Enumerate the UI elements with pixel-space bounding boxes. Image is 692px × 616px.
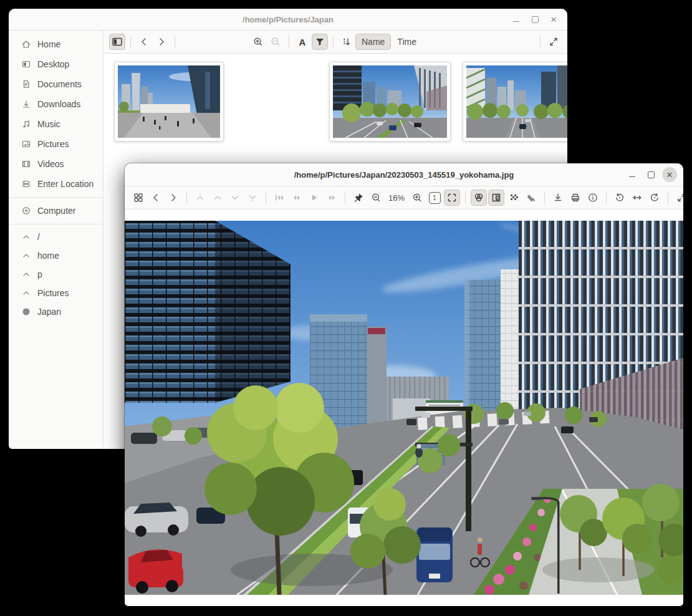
- chevron-up-icon: [21, 232, 31, 242]
- transparency-grid-button[interactable]: [506, 190, 522, 206]
- fm-close-button[interactable]: ✕: [546, 12, 561, 27]
- sidebar-separator: [9, 224, 103, 224]
- flip-horizontal-button[interactable]: [629, 190, 645, 206]
- close-icon: ✕: [666, 171, 673, 179]
- zoom-out-button[interactable]: [267, 34, 284, 50]
- thumbnail-image: [466, 65, 567, 138]
- first-file-button[interactable]: [192, 190, 208, 206]
- sidebar-item-enter-location[interactable]: Enter Location: [9, 174, 103, 194]
- video-icon: [21, 159, 31, 169]
- frame-border-button[interactable]: [488, 190, 504, 206]
- thumbnail-card[interactable]: [114, 62, 224, 142]
- skip-start-icon: [274, 192, 285, 203]
- previous-file-button[interactable]: [209, 190, 226, 206]
- iv-zoom-in-button[interactable]: [409, 190, 425, 206]
- tree-item-label: p: [37, 269, 42, 279]
- chevron-right-icon: [168, 192, 179, 203]
- filter-button[interactable]: [312, 34, 328, 50]
- sort-by-name-button[interactable]: Name: [355, 34, 391, 50]
- thumbnail-card[interactable]: [329, 62, 451, 142]
- print-button[interactable]: [567, 190, 584, 206]
- iv-window-title: /home/p/Pictures/Japan/20230503_145519_y…: [294, 170, 514, 180]
- annotate-tools-button[interactable]: [523, 190, 539, 206]
- iv-minimize-button[interactable]: [625, 167, 640, 182]
- actual-size-button[interactable]: 1: [426, 190, 443, 206]
- sidebar-item-label: Home: [37, 39, 60, 49]
- sort-order-button[interactable]: [339, 34, 355, 50]
- fit-to-window-button[interactable]: [444, 190, 460, 206]
- toolbar-separator: [186, 191, 187, 204]
- tree-item-p[interactable]: p: [9, 265, 103, 284]
- sidebar-item-downloads[interactable]: Downloads: [9, 94, 103, 114]
- toolbar-separator: [266, 191, 266, 204]
- next-file-button[interactable]: [227, 190, 243, 206]
- chevron-up-icon: [21, 251, 31, 261]
- iv-close-button[interactable]: ✕: [662, 167, 677, 182]
- color-circles-icon: [473, 192, 484, 203]
- fm-directory-tree: / home p Pictures Japan: [9, 228, 103, 321]
- zoom-out-icon: [270, 36, 281, 47]
- iv-fullscreen-button[interactable]: [673, 190, 683, 206]
- fast-forward-button[interactable]: [324, 190, 340, 206]
- sort-descending-icon: [341, 36, 352, 47]
- previous-image-button[interactable]: [148, 190, 164, 206]
- back-button[interactable]: [136, 34, 152, 50]
- image-info-button[interactable]: [585, 190, 601, 206]
- chevron-down-icon: [229, 192, 241, 203]
- toolbar-separator: [465, 191, 466, 204]
- tree-item-root[interactable]: /: [9, 228, 103, 246]
- fm-minimize-button[interactable]: [509, 12, 524, 27]
- toggle-sidebar-button[interactable]: [109, 34, 125, 50]
- last-file-button[interactable]: [244, 190, 261, 206]
- sidebar-item-desktop[interactable]: Desktop: [9, 54, 103, 74]
- next-image-button[interactable]: [165, 190, 181, 206]
- skip-to-start-button[interactable]: [271, 190, 287, 206]
- tree-item-japan-current[interactable]: Japan: [9, 302, 103, 321]
- tree-item-home[interactable]: home: [9, 246, 103, 265]
- zoom-in-button[interactable]: [250, 34, 266, 50]
- sidebar-item-home[interactable]: Home: [9, 34, 103, 54]
- chevron-up-icon: [21, 288, 31, 298]
- rewind-button[interactable]: [289, 190, 305, 206]
- thumbnail-card[interactable]: [463, 62, 567, 142]
- fm-maximize-button[interactable]: [527, 12, 542, 27]
- music-icon: [21, 119, 31, 129]
- pin-toolbar-button[interactable]: [350, 190, 367, 206]
- fm-window-controls: ✕: [509, 9, 561, 30]
- sidebar-item-music[interactable]: Music: [9, 114, 103, 134]
- fm-toolbar: A Name Time: [103, 31, 567, 54]
- iv-titlebar[interactable]: /home/p/Pictures/Japan/20230503_145519_y…: [125, 163, 683, 186]
- thumbnail-grid-button[interactable]: [130, 190, 147, 206]
- rotate-cw-button[interactable]: [646, 190, 663, 206]
- iv-maximize-button[interactable]: [643, 167, 658, 182]
- slideshow-play-button[interactable]: [306, 190, 322, 206]
- sidebar-toggle-icon: [112, 36, 123, 47]
- grid-icon: [133, 192, 144, 203]
- sidebar-item-pictures[interactable]: Pictures: [9, 134, 103, 154]
- chevron-right-icon: [156, 36, 167, 47]
- fm-fullscreen-button[interactable]: [545, 34, 562, 50]
- tree-item-pictures[interactable]: Pictures: [9, 284, 103, 302]
- toolbar-separator: [130, 36, 131, 48]
- document-icon: [21, 79, 31, 89]
- sidebar-item-documents[interactable]: Documents: [9, 74, 103, 94]
- sidebar-item-label: Downloads: [37, 99, 80, 109]
- color-adjust-button[interactable]: [471, 190, 487, 206]
- photo-yokohama-street: [125, 221, 683, 595]
- download-icon: [21, 99, 31, 109]
- rotate-counterclockwise-icon: [614, 192, 625, 203]
- zoom-in-icon: [252, 36, 264, 47]
- iv-toolbar: 16% 1: [125, 186, 683, 209]
- iv-zoom-out-button[interactable]: [368, 190, 384, 206]
- chevron-down-dot-icon: [247, 192, 258, 203]
- sidebar-item-computer[interactable]: Computer: [9, 201, 103, 221]
- font-size-button[interactable]: A: [294, 34, 310, 50]
- forward-button[interactable]: [153, 34, 170, 50]
- fm-titlebar[interactable]: /home/p/Pictures/Japan ✕: [9, 9, 567, 31]
- thumbnail-image: [333, 65, 447, 138]
- sort-by-time-button[interactable]: Time: [391, 34, 423, 50]
- sidebar-item-label: Videos: [37, 159, 64, 169]
- rotate-ccw-button[interactable]: [612, 190, 628, 206]
- sidebar-item-videos[interactable]: Videos: [9, 154, 103, 174]
- save-download-button[interactable]: [550, 190, 566, 206]
